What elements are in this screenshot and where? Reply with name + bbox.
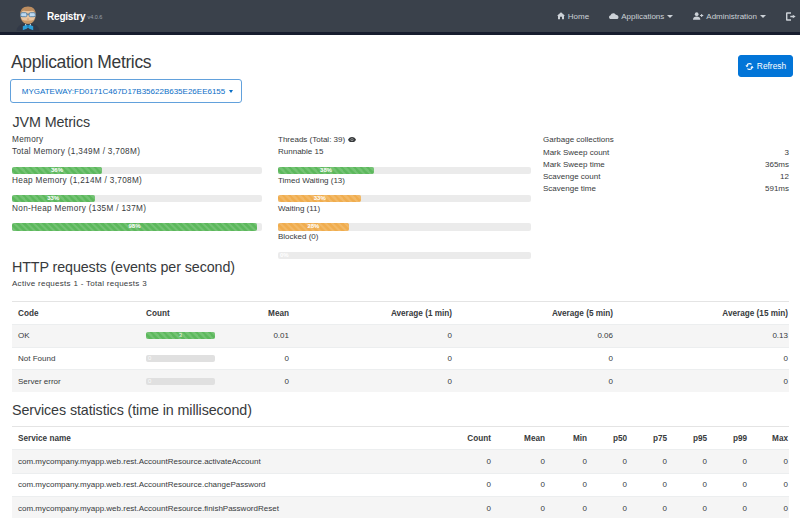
page-title: Application Metrics	[11, 52, 151, 73]
table-header-cell: p50	[588, 426, 628, 450]
table-cell: 0	[748, 473, 789, 496]
gc-row: Mark Sweep time365ms	[543, 159, 789, 171]
chevron-down-icon	[667, 15, 673, 18]
table-header-cell: Mean	[492, 426, 546, 450]
table-cell: 3	[140, 325, 215, 348]
nav-item-label: Administration	[706, 12, 757, 21]
progress-value-label: 33%	[314, 195, 326, 202]
home-icon	[557, 12, 565, 20]
table-cell: 0	[453, 347, 614, 370]
navbar: Registry v4.0.6 Home Applications Admini…	[0, 0, 800, 35]
table-row: com.mycompany.myapp.web.rest.AccountReso…	[12, 450, 789, 473]
gc-section-label: Garbage collections	[543, 134, 789, 146]
gc-label: Mark Sweep count	[543, 147, 609, 159]
memory-column: Memory Total Memory (1,349M / 3,708M) 36…	[12, 134, 262, 259]
timed-waiting-progressbar: 33%	[278, 195, 531, 202]
table-cell: 0	[290, 370, 453, 393]
gc-title: Garbage collections	[543, 134, 614, 146]
refresh-button[interactable]: Refresh	[738, 55, 793, 77]
metric-label: Heap Memory (1,214M / 3,708M)	[12, 175, 262, 187]
metric-label: Blocked (0)	[278, 231, 531, 243]
gc-value: 365ms	[765, 159, 789, 171]
table-cell: 0	[290, 325, 453, 348]
progress-value-label: 98%	[128, 223, 140, 230]
table-cell: 0	[588, 496, 628, 518]
progress-value-label: 0%	[280, 252, 289, 259]
refresh-label: Refresh	[757, 61, 786, 71]
waiting-progressbar: 28%	[278, 223, 531, 230]
services-statistics-title: Services statistics (time in millisecond…	[12, 402, 252, 419]
count-bar: 3	[146, 332, 215, 339]
chevron-down-icon	[760, 15, 766, 18]
progress-value-label: 36%	[51, 167, 63, 174]
table-cell: com.mycompany.myapp.web.rest.AccountReso…	[12, 496, 438, 518]
gc-label: Scavenge count	[543, 171, 600, 183]
table-header-cell: p95	[668, 426, 708, 450]
col-avg5: Average (5 min)	[453, 302, 614, 325]
table-cell: 0	[668, 496, 708, 518]
jvm-metrics-title: JVM Metrics	[13, 114, 91, 131]
nav-item-label: Applications	[621, 12, 664, 21]
http-requests-table: Code Count Mean Average (1 min) Average …	[12, 301, 789, 392]
table-cell: 0.06	[453, 325, 614, 348]
table-cell: 0	[628, 496, 668, 518]
table-row: Not Found 0 0 0 0 0	[12, 347, 789, 370]
table-cell: 0	[668, 473, 708, 496]
progress-value-label: 28%	[307, 223, 319, 230]
count-bar-value: 0	[148, 378, 151, 385]
user-plus-icon	[693, 12, 704, 20]
gc-label: Scavenge time	[543, 183, 596, 195]
nav-item-administration[interactable]: Administration	[683, 12, 776, 21]
count-bar-value: 0	[148, 355, 151, 362]
nav-item-applications[interactable]: Applications	[599, 12, 683, 21]
threads-section-label: Threads (Total: 39)	[278, 134, 531, 146]
table-header-cell: p99	[708, 426, 748, 450]
gc-value: 3	[785, 147, 789, 159]
gc-value: 12	[780, 171, 789, 183]
http-requests-subtitle: Active requests 1 - Total requests 3	[12, 279, 147, 288]
table-cell: OK	[12, 325, 140, 348]
table-header-row: Service name Count Mean Min p50 p75 p95 …	[12, 426, 789, 450]
table-header-cell: p75	[628, 426, 668, 450]
http-requests-title: HTTP requests (events per second)	[12, 259, 235, 276]
gc-row: Mark Sweep count3	[543, 147, 789, 159]
instance-selector[interactable]: MYGATEWAY:FD0171C467D17B35622B635E26EE61…	[10, 79, 242, 103]
table-cell: 0.01	[215, 325, 290, 348]
table-cell: 0	[215, 370, 290, 393]
metric-label: Timed Waiting (13)	[278, 175, 531, 187]
table-cell: 0	[748, 450, 789, 473]
brand[interactable]: Registry v4.0.6	[16, 2, 102, 31]
threads-section-text: Threads (Total: 39)	[278, 135, 345, 144]
progress-value-label: 33%	[47, 195, 59, 202]
navbar-menu: Home Applications Administration	[547, 0, 800, 32]
sign-out-icon	[786, 12, 796, 21]
metric-label: Non-Heap Memory (135M / 137M)	[12, 203, 262, 215]
table-cell: 0	[708, 473, 748, 496]
col-service-name: Service name	[12, 426, 438, 450]
count-bar-value: 3	[179, 332, 182, 339]
table-cell: 0	[588, 450, 628, 473]
col-avg15: Average (15 min)	[614, 302, 789, 325]
refresh-icon	[745, 62, 754, 71]
chevron-down-icon	[229, 90, 233, 93]
col-code: Code	[12, 302, 140, 325]
nonheap-memory-progressbar: 98%	[12, 223, 262, 230]
progress-value-label: 38%	[320, 167, 332, 174]
table-cell: 0	[628, 473, 668, 496]
table-header-cell: Count	[438, 426, 492, 450]
gc-value: 591ms	[765, 183, 789, 195]
heap-memory-progressbar: 33%	[12, 195, 262, 202]
table-cell: 0.13	[614, 325, 789, 348]
gc-label: Mark Sweep time	[543, 159, 605, 171]
cloud-icon	[609, 13, 619, 20]
nav-item-home[interactable]: Home	[547, 12, 599, 21]
table-cell: 0	[438, 496, 492, 518]
jvm-metrics-grid: Memory Total Memory (1,349M / 3,708M) 36…	[12, 134, 789, 259]
table-cell: 0	[614, 370, 789, 393]
table-cell: 0	[748, 496, 789, 518]
brand-version: v4.0.6	[87, 14, 102, 20]
gc-row: Scavenge count12	[543, 171, 789, 183]
nav-item-signout[interactable]	[776, 12, 800, 21]
eye-icon[interactable]	[348, 135, 356, 144]
memory-section-label: Memory	[12, 134, 262, 146]
